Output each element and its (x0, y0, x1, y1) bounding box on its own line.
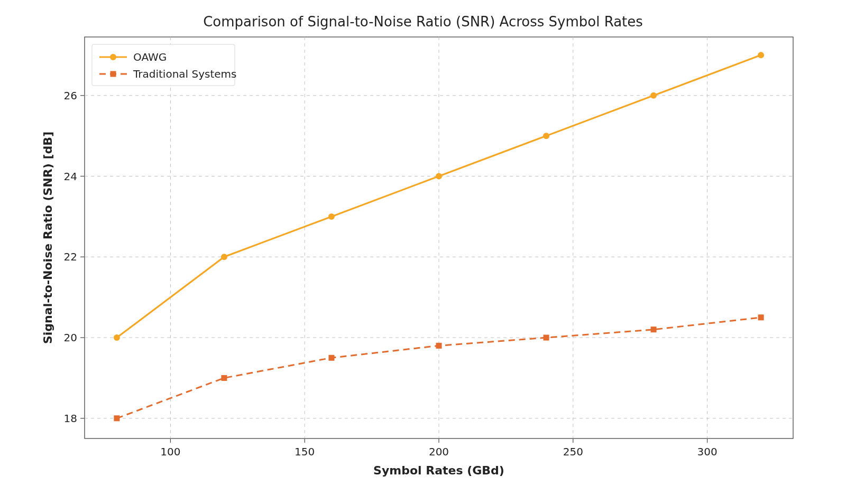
x-axis-label: Symbol Rates (GBd) (373, 464, 504, 477)
y-tick-label: 20 (64, 331, 77, 344)
y-tick-label: 18 (64, 412, 77, 425)
series-oawg-marker (221, 254, 227, 260)
x-tick-label: 200 (429, 445, 449, 458)
series-traditional-marker (544, 335, 549, 340)
y-tick-label: 22 (64, 250, 77, 263)
chart-container: Comparison of Signal-to-Noise Ratio (SNR… (37, 11, 809, 486)
series-oawg-marker (543, 133, 549, 139)
series-oawg-marker (650, 92, 657, 99)
x-tick-label: 100 (160, 445, 180, 458)
legend-traditional-label: Traditional Systems (133, 68, 237, 80)
chart-title: Comparison of Signal-to-Noise Ratio (SNR… (203, 14, 643, 30)
series-oawg-marker (328, 213, 335, 220)
legend: OAWGTraditional Systems (92, 44, 237, 86)
legend-oawg-marker (110, 54, 116, 60)
series-oawg-marker (436, 173, 442, 180)
series-traditional-marker (758, 315, 764, 320)
x-tick-label: 300 (697, 445, 717, 458)
series-traditional-marker (329, 355, 334, 360)
x-tick-label: 150 (295, 445, 315, 458)
series-traditional-marker (222, 375, 227, 380)
series-traditional-marker (114, 416, 119, 421)
plot-area: 1001502002503001820222426OAWGTraditional… (64, 37, 793, 458)
series-oawg-marker (758, 52, 764, 58)
series-traditional-marker (436, 343, 442, 348)
y-tick-label: 24 (64, 170, 77, 183)
legend-oawg-label: OAWG (133, 51, 167, 63)
chart-svg: Comparison of Signal-to-Noise Ratio (SNR… (37, 11, 809, 486)
series-traditional-marker (651, 327, 656, 332)
series-oawg-marker (114, 334, 120, 341)
legend-traditional-marker (111, 71, 116, 77)
x-tick-label: 250 (563, 445, 583, 458)
y-axis-label: Signal-to-Noise Ratio (SNR) [dB] (41, 132, 54, 344)
y-tick-label: 26 (64, 89, 77, 102)
